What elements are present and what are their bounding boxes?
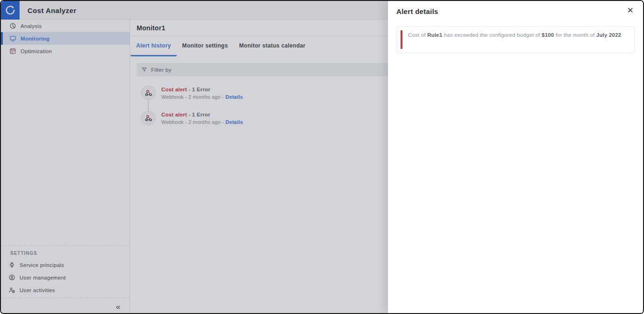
alert-type-label: Cost alert (161, 112, 187, 117)
alert-title-line: Cost alert - 1 Error (161, 111, 243, 117)
timeline-connector (148, 100, 149, 111)
alert-details-link[interactable]: Details (225, 119, 242, 125)
alert-meta-line: Webhook - 2 months ago - Details (161, 117, 243, 125)
sidebar-item-label: Optimization (21, 48, 52, 54)
alert-type-label: Cost alert (161, 87, 187, 92)
red-accent-bar (401, 30, 402, 49)
alert-error-count: - 1 Error (187, 87, 210, 92)
alert-item-text: Cost alert - 1 Error Webhook - 2 months … (161, 86, 243, 100)
drawer-header: Alert details ✕ (388, 1, 643, 21)
app-window: Cost Analyzer Analysis Monitoring (0, 0, 644, 314)
collapse-sidebar-icon[interactable]: « (116, 303, 120, 311)
sidebar-item-label: User activities (20, 287, 55, 293)
webhook-icon (141, 111, 155, 125)
alert-meta-text: Webhook - 2 months ago - (161, 119, 225, 125)
sidebar-item-label: Analysis (21, 23, 42, 29)
sidebar-item-monitoring[interactable]: Monitoring (1, 32, 130, 45)
alert-meta-line: Webhook - 2 months ago - Details (161, 92, 243, 100)
analytics-icon (9, 22, 16, 29)
sidebar-item-label: Service principals (20, 262, 64, 268)
drawer-title: Alert details (396, 7, 438, 15)
filter-icon (141, 67, 147, 73)
sidebar-item-optimization[interactable]: Optimization (1, 45, 130, 57)
sidebar-item-label: Monitoring (21, 36, 49, 41)
webhook-icon (141, 86, 155, 100)
user-activities-icon (8, 287, 15, 294)
page-title: Monitor1 (137, 24, 166, 32)
tab-monitor-status-calendar[interactable]: Monitor status calendar (234, 36, 311, 56)
alert-message-card: Cost of Rule1 has exceeded the configure… (396, 26, 635, 53)
alert-item-text: Cost alert - 1 Error Webhook - 2 months … (161, 111, 243, 125)
calendar-icon (9, 48, 16, 55)
monitor-icon (9, 35, 16, 42)
alert-title-line: Cost alert - 1 Error (161, 86, 243, 92)
sidebar-item-analysis[interactable]: Analysis (1, 20, 130, 32)
alert-meta-text: Webhook - 2 months ago - (161, 94, 225, 100)
user-management-icon (8, 274, 15, 281)
sidebar-item-user-activities[interactable]: User activities (1, 284, 130, 296)
spinner-logo-icon (5, 5, 15, 15)
sidebar: Analysis Monitoring Optimization (1, 20, 130, 313)
alert-message: Cost of Rule1 has exceeded the configure… (408, 31, 627, 39)
settings-section-label: SETTINGS (1, 246, 130, 259)
close-icon[interactable]: ✕ (626, 6, 635, 15)
settings-section: SETTINGS Service principals (1, 246, 130, 296)
alert-error-count: - 1 Error (187, 112, 210, 117)
filter-label: Filter by (151, 67, 172, 73)
sidebar-item-label: User management (20, 275, 66, 280)
sidebar-item-service-principals[interactable]: Service principals (1, 259, 130, 271)
tab-alert-history[interactable]: Alert history (131, 36, 177, 56)
alert-details-link[interactable]: Details (225, 94, 242, 100)
tab-monitor-settings[interactable]: Monitor settings (177, 36, 234, 56)
alert-details-drawer: Alert details ✕ Cost of Rule1 has exceed… (388, 1, 643, 313)
sidebar-footer: « (1, 298, 130, 314)
app-title: Cost Analyzer (28, 1, 76, 20)
app-logo[interactable] (1, 1, 20, 20)
sidebar-item-user-management[interactable]: User management (1, 271, 130, 284)
service-principal-icon (8, 261, 15, 268)
